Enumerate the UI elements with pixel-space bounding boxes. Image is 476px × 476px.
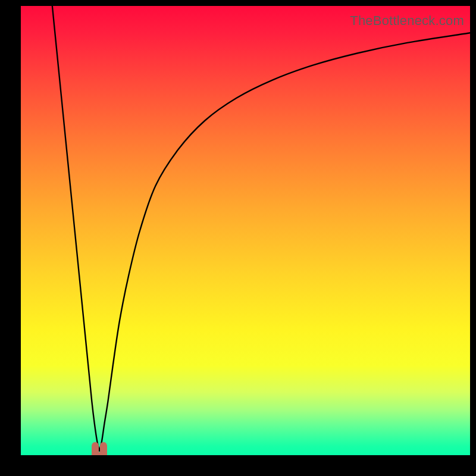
curve-left [52,6,99,450]
notch-icon [92,442,107,455]
notch-marker [89,440,109,455]
curve-layer [21,6,470,455]
curve-right [99,33,470,450]
chart-frame: TheBottleneck.com [0,0,476,476]
plot-area: TheBottleneck.com [21,6,470,455]
